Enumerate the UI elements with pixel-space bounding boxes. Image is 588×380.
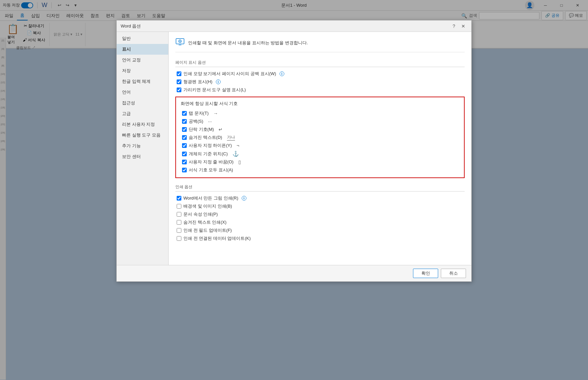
nav-item-general[interactable]: 일반 [117,33,168,44]
checkbox-spaces-label[interactable]: 공백(S) [189,118,203,124]
nav-item-advanced[interactable]: 고급 [117,108,168,119]
checkbox-paragraph-label[interactable]: 단락 기호(M) [189,126,214,132]
checkbox-hidden-text: 숨겨진 텍스트(D) 가나 [181,133,459,142]
display-icon [175,37,185,49]
optional-hyphen-symbol: ¬ [237,143,239,148]
checkbox-update-linked-input[interactable] [177,236,181,241]
dialog-content: 인쇄할 때 및 화면에 문서 내용을 표시하는 방법을 변경합니다. 페이지 표… [169,32,471,265]
checkbox-object-anchor-input[interactable] [182,152,187,156]
object-anchor-symbol: ⚓ [232,151,239,157]
format-marks-section: 화면에 항상 표시할 서식 기호 탭 문자(T) → 공백(S) ··· 단락 … [175,97,465,178]
checkbox-print-hidden: 숨겨진 텍스트 인쇄(X) [175,218,465,226]
dialog-help-button[interactable]: ? [450,22,458,30]
checkbox-show-highlighter: 형광펜 표시(H) ℹ [175,78,465,86]
checkbox-optional-break-label[interactable]: 사용자 지정 줄 바꿈(O) [189,159,234,165]
dialog-titlebar: Word 옵션 ? ✕ [117,20,471,32]
cancel-button[interactable]: 취소 [441,269,466,278]
checkbox-show-whitespace-label[interactable]: 인쇄 모양 보기에서 페이지 사이의 공백 표시(W) [183,71,276,77]
info-icon-highlighter[interactable]: ℹ [216,79,221,84]
checkbox-show-whitespace-input[interactable] [177,71,181,76]
checkbox-show-tooltips-input[interactable] [177,88,181,92]
info-icon-print-drawings[interactable]: ℹ [242,196,246,201]
nav-item-accessibility[interactable]: 접근성 [117,98,168,108]
dialog-title: Word 옵션 [121,23,450,29]
checkbox-tab-char-input[interactable] [182,111,187,116]
checkbox-update-linked-label[interactable]: 인쇄 전 연결된 데이터 업데이트(K) [183,235,251,241]
nav-item-korean[interactable]: 한글 입력 체계 [117,76,168,87]
checkbox-hidden-text-input[interactable] [182,135,187,140]
checkbox-tab-char: 탭 문자(T) → [181,109,459,117]
checkbox-print-background-label[interactable]: 배경색 및 이미지 인쇄(B) [183,203,232,209]
checkbox-update-fields-input[interactable] [177,228,181,233]
checkbox-spaces-input[interactable] [182,119,187,124]
checkbox-print-hidden-input[interactable] [177,220,181,225]
nav-item-customize-ribbon[interactable]: 리본 사용자 지정 [117,119,168,130]
checkbox-update-fields: 인쇄 전 필드 업데이트(F) [175,226,465,234]
word-options-dialog: Word 옵션 ? ✕ 일반 표시 언어 교정 저장 한글 입력 체계 언어 접… [116,20,472,282]
checkbox-show-all: 서식 기호 모두 표시(A) [181,166,459,174]
checkbox-show-highlighter-label[interactable]: 형광펜 표시(H) [183,79,213,85]
checkbox-print-doc-props: 문서 속성 인쇄(P) [175,210,465,218]
dialog-nav: 일반 표시 언어 교정 저장 한글 입력 체계 언어 접근성 고급 리본 사용자… [117,32,169,265]
nav-item-save[interactable]: 저장 [117,65,168,76]
checkbox-object-anchor: 개체의 기준 위치(C) ⚓ [181,150,459,158]
nav-item-language[interactable]: 언어 [117,87,168,98]
checkbox-print-background-input[interactable] [177,204,181,209]
tab-char-symbol: → [213,111,218,116]
nav-item-quick-access[interactable]: 빠른 실행 도구 모음 [117,130,168,141]
checkbox-optional-hyphen: 사용자 지정 하이픈(Y) ¬ [181,142,459,150]
page-display-section-label: 페이지 표시 옵션 [175,58,465,67]
spaces-symbol: ··· [208,119,212,124]
format-marks-title: 화면에 항상 표시할 서식 기호 [181,101,459,107]
checkbox-optional-break-input[interactable] [182,160,187,164]
checkbox-print-doc-props-input[interactable] [177,212,181,217]
paragraph-symbol: ↵ [219,127,223,132]
checkbox-paragraph-input[interactable] [182,127,187,132]
dialog-overlay: Word 옵션 ? ✕ 일반 표시 언어 교정 저장 한글 입력 체계 언어 접… [0,0,588,380]
checkbox-print-hidden-label[interactable]: 숨겨진 텍스트 인쇄(X) [183,219,227,225]
checkbox-show-all-input[interactable] [182,168,187,172]
nav-item-trust-center[interactable]: 보안 센터 [117,151,168,162]
nav-item-addins[interactable]: 추가 기능 [117,141,168,151]
print-options-section-label: 인쇄 옵션 [175,182,465,192]
checkbox-optional-hyphen-label[interactable]: 사용자 지정 하이픈(Y) [189,143,232,149]
content-header-text: 인쇄할 때 및 화면에 문서 내용을 표시하는 방법을 변경합니다. [188,40,308,46]
checkbox-object-anchor-label[interactable]: 개체의 기준 위치(C) [189,151,228,157]
checkbox-tab-char-label[interactable]: 탭 문자(T) [189,110,209,116]
svg-point-2 [180,41,181,42]
checkbox-print-drawings-input[interactable] [177,196,181,201]
hidden-text-symbol: 가나 [227,134,235,141]
checkbox-show-whitespace: 인쇄 모양 보기에서 페이지 사이의 공백 표시(W) ℹ [175,70,465,78]
dialog-close-button[interactable]: ✕ [459,22,467,30]
checkbox-print-background: 배경색 및 이미지 인쇄(B) [175,202,465,210]
dialog-footer: 확인 취소 [117,265,471,281]
checkbox-show-tooltips: 가리키면 문서 도구 설명 표시(L) [175,86,465,94]
optional-break-symbol: ▯ [238,159,241,165]
checkbox-spaces: 공백(S) ··· [181,117,459,125]
checkbox-hidden-text-label[interactable]: 숨겨진 텍스트(D) [189,134,222,141]
checkbox-update-fields-label[interactable]: 인쇄 전 필드 업데이트(F) [183,227,232,233]
ok-button[interactable]: 확인 [413,269,438,278]
checkbox-show-all-label[interactable]: 서식 기호 모두 표시(A) [189,167,233,173]
checkbox-print-drawings: Word에서 만든 그림 인쇄(R) ℹ [175,194,465,202]
nav-item-proofing[interactable]: 언어 교정 [117,55,168,65]
dialog-titlebar-buttons: ? ✕ [450,22,467,30]
nav-item-display[interactable]: 표시 [117,44,168,55]
content-header: 인쇄할 때 및 화면에 문서 내용을 표시하는 방법을 변경합니다. [175,37,465,52]
checkbox-update-linked: 인쇄 전 연결된 데이터 업데이트(K) [175,234,465,242]
info-icon-whitespace[interactable]: ℹ [280,71,284,76]
dialog-body: 일반 표시 언어 교정 저장 한글 입력 체계 언어 접근성 고급 리본 사용자… [117,32,471,265]
checkbox-show-highlighter-input[interactable] [177,79,181,84]
checkbox-optional-break: 사용자 지정 줄 바꿈(O) ▯ [181,158,459,166]
checkbox-print-doc-props-label[interactable]: 문서 속성 인쇄(P) [183,211,218,217]
checkbox-show-tooltips-label[interactable]: 가리키면 문서 도구 설명 표시(L) [183,87,246,93]
checkbox-optional-hyphen-input[interactable] [182,143,187,148]
checkbox-paragraph: 단락 기호(M) ↵ [181,125,459,133]
checkbox-print-drawings-label[interactable]: Word에서 만든 그림 인쇄(R) [183,195,238,201]
